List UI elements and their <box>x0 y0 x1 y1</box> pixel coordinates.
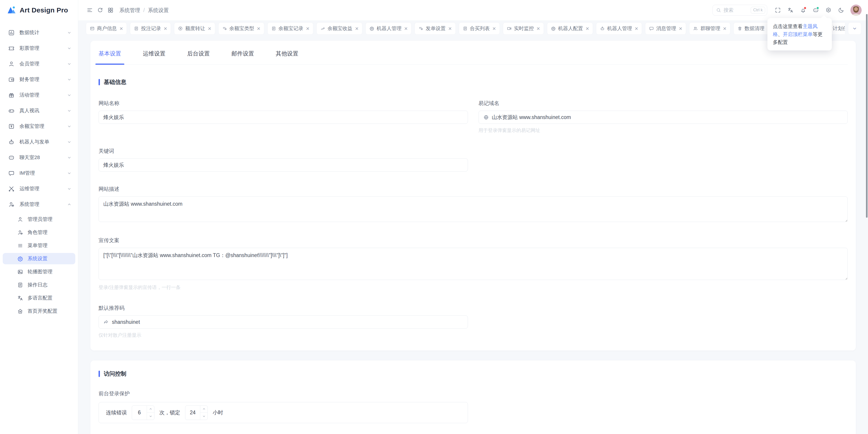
page-content: 基本设置运维设置后台设置邮件设置其他设置 基础信息 网站名称 易记域名 用于登录… <box>78 37 868 434</box>
tab-chip[interactable]: 机器人管理 × <box>366 22 411 35</box>
tab-close-icon[interactable]: × <box>448 26 452 31</box>
tab-close-icon[interactable]: × <box>120 26 123 31</box>
tab-close-icon[interactable]: × <box>257 26 260 31</box>
tab-chip[interactable]: 机器人配置 × <box>547 22 593 35</box>
sidebar-subitem[interactable]: 操作日志 <box>3 279 75 291</box>
tab-chip[interactable]: 投注记录 × <box>130 22 171 35</box>
search-shortcut-badge: Ctrl k <box>751 7 765 13</box>
tab-chip[interactable]: 余额宝收益 × <box>316 22 362 35</box>
chevron-down-icon <box>67 77 72 82</box>
sidebar-subitem[interactable]: 管理员管理 <box>3 213 75 225</box>
promo-textarea[interactable]: ["[\"[\\\"[\\\\\\\"山水资源站 www.shanshuinet… <box>98 248 848 280</box>
tab-chip[interactable]: 额度转让 × <box>174 22 215 35</box>
breadcrumb: 系统管理 / 系统设置 <box>119 7 168 14</box>
site-name-input[interactable] <box>103 114 463 120</box>
tab-chip[interactable]: 实时监控 × <box>503 22 544 35</box>
sidebar-subitem-label: 操作日志 <box>28 282 72 288</box>
notifications-button[interactable] <box>798 5 808 16</box>
tab-chip[interactable]: 余额宝类型 × <box>218 22 264 35</box>
settings-button[interactable] <box>823 5 834 16</box>
attempts-stepper[interactable]: 6 <box>132 405 154 420</box>
tab-chip[interactable]: 群聊管理 × <box>689 22 730 35</box>
moon-icon <box>838 7 844 13</box>
sidebar-item[interactable]: 聊天室28 <box>3 151 75 164</box>
hours-increase-button[interactable] <box>200 406 208 413</box>
tab-close-icon[interactable]: × <box>723 26 726 31</box>
sidebar-item-label: 聊天室28 <box>20 154 67 161</box>
user-avatar[interactable] <box>850 4 862 16</box>
sidebar-collapse-button[interactable] <box>85 5 95 16</box>
sidebar-item[interactable]: 机器人与发单 <box>3 136 75 148</box>
tab-close-icon[interactable]: × <box>537 26 540 31</box>
tab-close-icon[interactable]: × <box>404 26 408 31</box>
global-search[interactable]: 搜索 Ctrl k <box>712 5 767 16</box>
app-logo[interactable]: Art Design Pro <box>0 0 78 20</box>
sidebar-item[interactable]: 会员管理 <box>3 57 75 70</box>
settings-tab[interactable]: 基本设置 <box>98 42 121 64</box>
lock-hours-value[interactable]: 24 <box>185 406 200 420</box>
sidebar: Art Design Pro 数据统计 彩票管理 会员管理 财务管理 活动管理 … <box>0 0 78 434</box>
tab-close-icon[interactable]: × <box>208 26 211 31</box>
main-area: 系统管理 / 系统设置 搜索 Ctrl k <box>78 0 868 434</box>
sidebar-item[interactable]: IM管理 <box>3 167 75 179</box>
tab-close-icon[interactable]: × <box>164 26 167 31</box>
tab-chip[interactable]: 机器人管理 × <box>596 22 642 35</box>
sidebar-subitem[interactable]: 角色管理 <box>3 227 75 238</box>
sidebar-subitem[interactable]: 轮播图管理 <box>3 266 75 278</box>
fullscreen-button[interactable] <box>773 5 783 16</box>
notification-badge <box>804 6 807 9</box>
tab-close-icon[interactable]: × <box>635 26 638 31</box>
sidebar-subitem[interactable]: 菜单管理 <box>3 240 75 251</box>
sidebar-item[interactable]: 余额宝管理 <box>3 120 75 133</box>
sidebar-item[interactable]: 数据统计 <box>3 26 75 39</box>
settings-tab[interactable]: 邮件设置 <box>231 42 254 64</box>
domain-input[interactable] <box>492 114 843 120</box>
tooltip-link[interactable]: 开启顶栏菜单 <box>783 31 813 37</box>
hours-decrease-button[interactable] <box>200 413 208 420</box>
sidebar-subitem[interactable]: 首页开奖配置 <box>3 306 75 317</box>
apps-grid-button[interactable] <box>105 5 116 16</box>
sidebar-subitem[interactable]: 系统设置 <box>3 253 75 264</box>
sidebar-item[interactable]: 运维管理 <box>3 182 75 195</box>
refresh-button[interactable] <box>95 5 105 16</box>
tabs-overflow-button[interactable] <box>848 22 861 35</box>
settings-tab[interactable]: 后台设置 <box>187 42 210 64</box>
tab-chip[interactable]: 余额宝记录 × <box>268 22 313 35</box>
tab-close-icon[interactable]: × <box>306 26 309 31</box>
chevron-down-icon <box>149 414 152 418</box>
chat-icon <box>8 170 15 176</box>
tab-close-icon[interactable]: × <box>586 26 589 31</box>
keywords-input[interactable] <box>103 162 463 168</box>
referral-input[interactable] <box>112 319 463 325</box>
promo-helper: 登录/注册弹窗显示的宣传语，一行一条 <box>98 284 848 291</box>
attempts-decrease-button[interactable] <box>147 413 154 420</box>
page-scrollbar[interactable] <box>866 14 868 218</box>
tab-chip[interactable]: 合买列表 × <box>459 22 500 35</box>
sidebar-item[interactable]: 彩票管理 <box>3 42 75 55</box>
tab-chip[interactable]: 发单设置 × <box>414 22 456 35</box>
attempts-value[interactable]: 6 <box>132 406 147 420</box>
description-textarea[interactable]: 山水资源站 www.shanshuinet.com <box>98 196 848 222</box>
attempts-increase-button[interactable] <box>147 406 154 413</box>
sidebar-subitem[interactable]: 多语言配置 <box>3 292 75 303</box>
sidebar-subitem-label: 首页开奖配置 <box>28 308 72 315</box>
breadcrumb-parent[interactable]: 系统管理 <box>119 7 140 14</box>
tab-chip[interactable]: 商户信息 × <box>86 22 127 35</box>
sidebar-item[interactable]: 系统管理 <box>3 198 75 211</box>
sidebar-item[interactable]: 财务管理 <box>3 73 75 86</box>
doc-icon <box>271 26 276 31</box>
lock-hours-stepper[interactable]: 24 <box>185 405 208 420</box>
settings-tab[interactable]: 运维设置 <box>143 42 165 64</box>
messages-button[interactable] <box>811 5 821 16</box>
translate-icon <box>787 7 794 13</box>
sidebar-item[interactable]: 活动管理 <box>3 89 75 102</box>
dark-mode-button[interactable] <box>836 5 846 16</box>
tab-chip[interactable]: 消息管理 × <box>645 22 686 35</box>
language-button[interactable] <box>785 5 796 16</box>
sidebar-item[interactable]: 真人视讯 <box>3 104 75 117</box>
tab-close-icon[interactable]: × <box>355 26 359 31</box>
tab-close-icon[interactable]: × <box>493 26 496 31</box>
tab-close-icon[interactable]: × <box>679 26 682 31</box>
settings-tab[interactable]: 其他设置 <box>276 42 298 64</box>
breadcrumb-current[interactable]: 系统设置 <box>148 7 168 14</box>
